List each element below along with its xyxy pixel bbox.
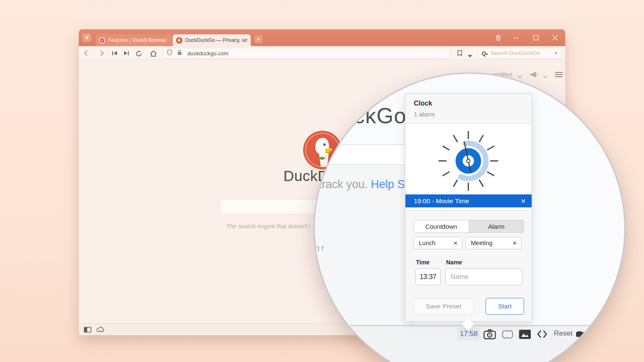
clock-panel-header: Clock 1 alarm: [405, 94, 532, 124]
save-preset-button[interactable]: Save Preset: [413, 298, 474, 315]
trash-icon[interactable]: [495, 34, 502, 43]
tab-countdown[interactable]: Countdown: [414, 220, 469, 233]
mode-segmented-control: Countdown Alarm: [413, 220, 524, 233]
name-input[interactable]: [445, 269, 522, 285]
search-engine-icon[interactable]: Q▾: [482, 50, 488, 57]
duckduckgo-favicon: [176, 37, 182, 44]
clock-panel: Clock 1 alarm: [405, 93, 532, 321]
preset-label: Meeting: [471, 240, 493, 246]
clock-graphic: [435, 127, 502, 196]
name-label: Name: [446, 259, 462, 266]
vivaldi-favicon: V: [99, 37, 105, 44]
time-label: Time: [416, 259, 429, 266]
vivaldi-menu-button[interactable]: V: [82, 33, 91, 42]
preset-label: Lunch: [419, 240, 436, 246]
tab-bar: V V Features | Vivaldi Browser DuckDuckG…: [79, 29, 565, 46]
preset-close-icon[interactable]: ✕: [512, 240, 517, 246]
chevron-down-icon[interactable]: [543, 72, 548, 80]
sync-cloud-icon[interactable]: [96, 326, 105, 334]
search-caret-icon[interactable]: ▼: [554, 51, 558, 55]
alarm-bar-label: 19:00 - Movie Time: [414, 197, 521, 205]
new-tab-button[interactable]: +: [254, 35, 262, 43]
timer-settings: Countdown Alarm Lunch ✕ Meeting ✕ Time N…: [405, 210, 532, 321]
page-actions-code-icon[interactable]: [537, 330, 547, 340]
forward-icon[interactable]: [98, 50, 105, 58]
address-bar[interactable]: duckduckgo.com: [163, 48, 450, 59]
minimize-button[interactable]: [512, 34, 519, 43]
shield-icon[interactable]: [166, 49, 173, 57]
desktop: V V Features | Vivaldi Browser DuckDuckG…: [0, 0, 644, 362]
home-icon[interactable]: [150, 50, 157, 59]
page-tagline: The search engine that doesn't t: [226, 223, 310, 230]
alarm-count: 1 alarm: [414, 111, 435, 118]
preset-close-icon[interactable]: ✕: [453, 240, 458, 246]
search-bar[interactable]: Q▾ ▼: [478, 48, 562, 59]
url-text: duckduckgo.com: [187, 50, 229, 57]
tab-features[interactable]: V Features | Vivaldi Browser: [96, 34, 172, 46]
hamburger-menu-icon[interactable]: [555, 72, 563, 79]
rewind-icon[interactable]: [112, 50, 118, 58]
fast-forward-icon[interactable]: [123, 50, 130, 58]
time-input[interactable]: [415, 269, 441, 285]
maximize-button[interactable]: [532, 34, 539, 43]
bookmark-icon[interactable]: [457, 50, 462, 58]
chevron-down-icon[interactable]: [517, 72, 522, 80]
active-alarm-bar[interactable]: 19:00 - Movie Time ✕: [405, 194, 532, 207]
tagline-text: t track you.: [314, 178, 371, 191]
back-icon[interactable]: [83, 50, 90, 58]
magnified-text-fragment: 't f: [316, 245, 323, 253]
screenshot-camera-icon[interactable]: [483, 329, 496, 341]
tiling-icon[interactable]: [502, 330, 513, 340]
lock-icon: [177, 49, 182, 57]
preset-chip-meeting[interactable]: Meeting ✕: [465, 237, 522, 249]
partial-icon: [576, 331, 584, 339]
reload-icon[interactable]: [135, 50, 143, 59]
start-button[interactable]: Start: [486, 298, 524, 315]
magnified-status-bar: 17:58 Reset: [315, 325, 626, 362]
search-input[interactable]: [491, 50, 550, 56]
tab-label: Features | Vivaldi Browser: [108, 37, 167, 43]
close-button[interactable]: [552, 34, 558, 43]
bookmark-caret-icon[interactable]: [468, 52, 472, 59]
tab-alarm[interactable]: Alarm: [469, 220, 524, 233]
tab-label: DuckDuckGo — Privacy, sim: [185, 37, 247, 43]
tab-duckduckgo[interactable]: DuckDuckGo — Privacy, sim: [173, 34, 251, 46]
navigation-toolbar: duckduckgo.com Q▾ ▼: [79, 46, 565, 60]
images-toggle-icon[interactable]: [519, 330, 531, 341]
preset-chip-lunch[interactable]: Lunch ✕: [413, 237, 462, 249]
panel-toggle-icon[interactable]: [84, 327, 91, 334]
megaphone-icon[interactable]: [530, 71, 541, 80]
zoom-reset-button[interactable]: Reset: [554, 329, 572, 338]
alarm-close-icon[interactable]: ✕: [521, 198, 526, 204]
panel-title: Clock: [414, 100, 432, 107]
